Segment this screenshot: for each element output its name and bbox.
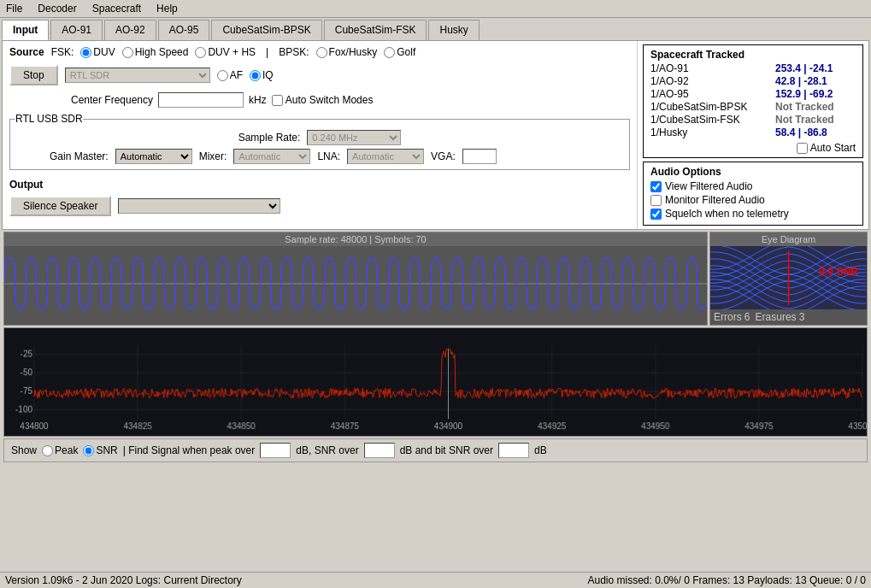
sc-name-cubesat-fsk: 1/CubeSatSim-FSK [650,114,770,126]
eye-errors: Errors 6 Erasures 3 [710,309,867,325]
sc-val-cubesat-fsk: Not Tracked [775,114,834,126]
tab-input[interactable]: Input [2,20,49,40]
lna-label: LNA: [317,150,340,162]
auto-start-checkbox[interactable]: Auto Start [650,142,856,154]
auto-start-label: Auto Start [810,142,856,154]
center-freq-input[interactable]: 434900.0 [158,92,244,108]
show-row: Show Peak SNR | Find Signal when peak ov… [3,438,868,462]
peak-radio[interactable]: Peak [42,444,78,456]
output-label: Output [9,179,43,191]
fsk-duvhs-radio[interactable]: DUV + HS [195,46,256,58]
sc-val-ao95: 152.9 | -69.2 [775,88,833,100]
db3-unit: dB [534,444,547,456]
lna-select[interactable]: Automatic [347,149,424,164]
source-area: Source FSK: DUV High Speed DUV + HS | BP… [3,41,637,63]
rtl-usb-legend: RTL USB SDR [15,113,83,125]
tab-ao95[interactable]: AO-95 [158,20,210,40]
monitor-filtered-audio-label: Monitor Filtered Audio [665,194,765,206]
audio-output-select[interactable] [118,198,280,214]
fsk-label: FSK: [51,46,74,58]
rtl-sdr-select[interactable]: RTL SDR [65,68,210,83]
db1-input[interactable]: 2.0 [260,443,291,458]
sc-val-ao91: 253.4 | -24.1 [775,62,833,74]
statusbar: Version 1.09k6 - 2 Jun 2020 Logs: Curren… [0,572,871,588]
silence-speaker-button[interactable]: Silence Speaker [9,196,111,216]
iq-radio[interactable]: IQ [250,69,274,81]
sample-rate-select[interactable]: 0.240 MHz [307,130,401,145]
waveform-canvas [4,246,707,321]
vga-input[interactable]: 0 [462,149,497,164]
spacecraft-tracked-panel: Spacecraft Tracked 1/AO-91 253.4 | -24.1… [643,44,863,158]
monitor-filtered-audio-row: Monitor Filtered Audio [650,194,856,206]
sample-rate-label: Sample Rate: [238,132,301,144]
sc-name-husky: 1/Husky [650,126,770,138]
db1-unit: dB, SNR over [296,444,358,456]
menu-spacecraft[interactable]: Spacecraft [90,2,144,15]
center-freq-label: Center Frequency [71,94,153,106]
squelch-row: Squelch when no telemetry [650,208,856,220]
menubar: File Decoder Spacecraft Help [0,0,871,18]
menu-file[interactable]: File [3,2,25,15]
spacecraft-title: Spacecraft Tracked [650,49,856,61]
bpsk-golf-radio[interactable]: Golf [384,46,415,58]
fsk-duv-radio[interactable]: DUV [80,46,115,58]
mixer-label: Mixer: [199,150,227,162]
auto-switch-checkbox[interactable]: Auto Switch Modes [272,94,374,106]
menu-decoder[interactable]: Decoder [35,2,79,15]
tab-cubesat-bpsk[interactable]: CubeSatSim-BPSK [211,20,321,40]
bpsk-foxhusky-radio[interactable]: Fox/Husky [316,46,378,58]
db2-input[interactable]: 2.5 [364,443,395,458]
eye-canvas [710,246,867,309]
view-filtered-audio-label: View Filtered Audio [665,180,753,192]
view-filtered-audio-checkbox[interactable] [650,181,662,192]
main-panel: Source FSK: DUV High Speed DUV + HS | BP… [2,40,869,230]
monitor-filtered-audio-checkbox[interactable] [650,195,662,206]
rtl-usb-fieldset: RTL USB SDR Sample Rate: 0.240 MHz Gain … [9,113,630,170]
tab-cubesat-fsk[interactable]: CubeSatSim-FSK [324,20,427,40]
sc-name-ao91: 1/AO-91 [650,62,770,74]
squelch-checkbox[interactable] [650,209,662,220]
mixer-select[interactable]: Automatic [233,149,310,164]
sc-row-ao92: 1/AO-92 42.8 | -28.1 [650,75,856,87]
tab-husky[interactable]: Husky [428,20,479,40]
sc-row-ao91: 1/AO-91 253.4 | -24.1 [650,62,856,74]
stop-button[interactable]: Stop [9,65,58,85]
snr-radio[interactable]: SNR [83,444,117,456]
gain-master-select[interactable]: Automatic [115,149,192,164]
menu-help[interactable]: Help [154,2,180,15]
audio-options-panel: Audio Options View Filtered Audio Monito… [643,162,863,226]
fft-canvas [4,328,867,436]
bpsk-separator: | [266,46,268,58]
audio-options-title: Audio Options [650,166,856,178]
sc-name-cubesat-bpsk: 1/CubeSatSim-BPSK [650,101,770,113]
tab-ao92[interactable]: AO-92 [104,20,156,40]
db2-unit: dB and bit SNR over [400,444,493,456]
sc-row-cubesat-fsk: 1/CubeSatSim-FSK Not Tracked [650,114,856,126]
sc-name-ao92: 1/AO-92 [650,75,770,87]
eye-diagram-content: 9.0 SNR [710,246,867,309]
waveform-panel: Sample rate: 48000 | Symbols: 70 [3,232,708,326]
fsk-highspeed-radio[interactable]: High Speed [122,46,189,58]
snr-value: 9.0 SNR [819,265,858,278]
statusbar-left: Version 1.09k6 - 2 Jun 2020 Logs: Curren… [5,574,242,586]
find-signal-label: | Find Signal when peak over [123,444,256,456]
gain-master-label: Gain Master: [50,150,109,162]
db3-input[interactable]: 1.8 [498,443,529,458]
tab-ao91[interactable]: AO-91 [50,20,103,40]
sc-val-cubesat-bpsk: Not Tracked [775,101,834,113]
sc-row-husky: 1/Husky 58.4 | -86.8 [650,126,856,138]
bpsk-label: BPSK: [279,46,309,58]
eye-diagram-title: Eye Diagram [710,232,867,246]
sc-name-ao95: 1/AO-95 [650,88,770,100]
fft-panel: FFT: 2048 SNR: 12.1dB Freq:434900.000 Sc… [3,327,868,437]
center-freq-unit: kHz [249,94,267,106]
show-label: Show [11,444,37,456]
tab-bar: Input AO-91 AO-92 AO-95 CubeSatSim-BPSK … [0,18,871,40]
vga-label: VGA: [431,150,456,162]
view-filtered-audio-row: View Filtered Audio [650,180,856,192]
af-radio[interactable]: AF [217,69,243,81]
waveform-info: Sample rate: 48000 | Symbols: 70 [4,232,707,246]
source-label: Source [9,46,44,58]
sc-val-ao92: 42.8 | -28.1 [775,75,827,87]
sc-row-cubesat-bpsk: 1/CubeSatSim-BPSK Not Tracked [650,101,856,113]
